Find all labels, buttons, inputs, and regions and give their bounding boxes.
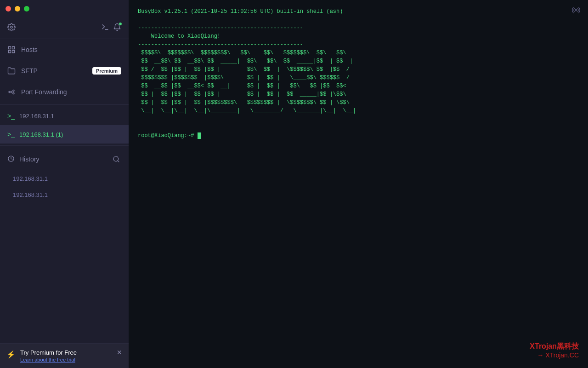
session-item-2[interactable]: >_ 192.168.31.1 (1) — [0, 125, 129, 144]
svg-rect-3 — [12, 46, 15, 49]
terminal-session-icon-1: >_ — [7, 112, 15, 120]
premium-banner-link[interactable]: Learn about the free trial — [20, 357, 112, 362]
notification-dot — [119, 22, 122, 26]
history-section: History 192.168.31.1 192.168.31.1 — [0, 148, 129, 203]
premium-banner-content: Try Premium for Free Learn about the fre… — [20, 349, 112, 362]
hosts-icon — [7, 46, 16, 54]
settings-icon[interactable] — [7, 23, 16, 33]
session-label-1: 192.168.31.1 — [19, 113, 54, 120]
history-icon — [7, 155, 15, 164]
sftp-premium-badge: Premium — [92, 67, 121, 75]
sidebar-item-port-forwarding[interactable]: Port Forwarding — [0, 81, 129, 103]
hosts-label: Hosts — [21, 46, 38, 53]
history-header: History — [0, 148, 129, 171]
broadcast-icon[interactable] — [571, 6, 581, 17]
sftp-icon — [7, 67, 16, 75]
svg-line-13 — [118, 161, 119, 162]
premium-banner: ⚡ Try Premium for Free Learn about the f… — [0, 343, 129, 368]
svg-line-9 — [10, 91, 13, 92]
port-forwarding-label: Port Forwarding — [21, 88, 67, 96]
history-item-1[interactable]: 192.168.31.1 — [0, 171, 129, 187]
maximize-button[interactable] — [24, 6, 29, 12]
notifications-icon[interactable] — [113, 23, 121, 33]
history-label: History — [19, 155, 40, 163]
svg-rect-4 — [12, 51, 15, 53]
svg-rect-5 — [8, 51, 11, 53]
svg-point-14 — [575, 9, 577, 11]
sidebar-top-bar — [0, 17, 129, 39]
minimize-button[interactable] — [15, 6, 20, 12]
titlebar — [0, 0, 129, 17]
terminal-area[interactable]: BusyBox v1.25.1 (2021-10-25 11:02:56 UTC… — [129, 0, 588, 368]
svg-line-10 — [10, 92, 13, 93]
premium-banner-title: Try Premium for Free — [20, 349, 112, 356]
nav-divider — [0, 104, 129, 105]
session-item-1[interactable]: >_ 192.168.31.1 — [0, 107, 129, 125]
sessions-divider — [0, 145, 129, 146]
session-label-2: 192.168.31.1 (1) — [19, 131, 63, 138]
terminal-output: BusyBox v1.25.1 (2021-10-25 11:02:56 UTC… — [129, 0, 588, 368]
svg-point-0 — [11, 26, 13, 29]
svg-rect-2 — [8, 46, 11, 49]
history-item-2[interactable]: 192.168.31.1 — [0, 187, 129, 203]
new-terminal-icon[interactable] — [101, 23, 109, 33]
history-search-button[interactable] — [111, 154, 121, 164]
terminal-session-icon-2: >_ — [7, 131, 15, 138]
close-button[interactable] — [6, 6, 11, 12]
premium-banner-icon: ⚡ — [6, 350, 16, 359]
sidebar-item-sftp[interactable]: SFTP Premium — [0, 60, 129, 81]
sftp-label: SFTP — [21, 67, 38, 75]
sidebar-item-hosts[interactable]: Hosts — [0, 39, 129, 60]
sidebar: Hosts SFTP Premium Port Forwar — [0, 0, 129, 368]
premium-banner-close-button[interactable]: ✕ — [117, 349, 122, 356]
port-forwarding-icon — [7, 88, 16, 96]
